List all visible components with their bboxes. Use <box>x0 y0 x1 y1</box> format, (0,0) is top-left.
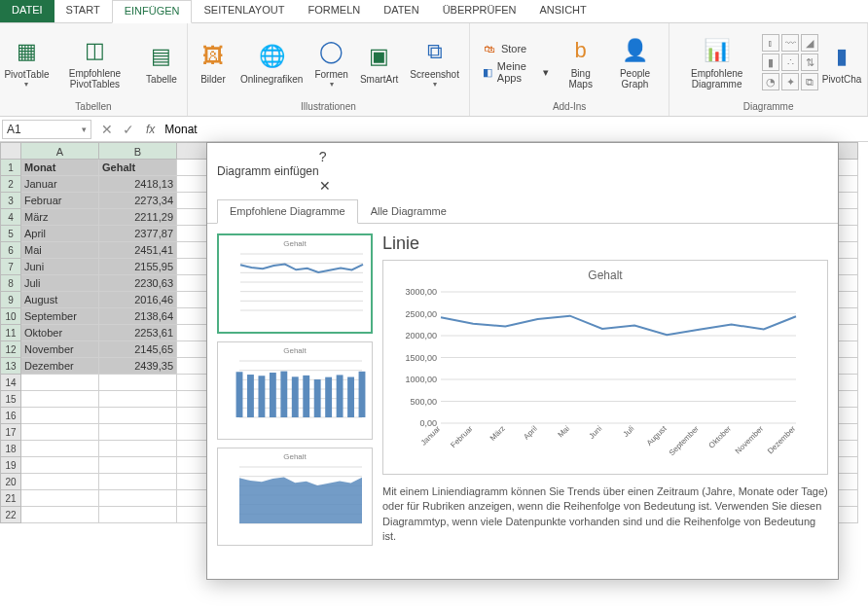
ribbon-tab-daten[interactable]: DATEN <box>372 0 430 22</box>
row-header[interactable]: 13 <box>0 358 21 375</box>
select-all-corner[interactable] <box>0 142 21 160</box>
cell[interactable]: 2253,61 <box>99 325 177 341</box>
cell[interactable] <box>21 424 99 441</box>
cell[interactable]: 2418,13 <box>99 176 177 193</box>
ribbon-tab-einfügen[interactable]: EINFÜGEN <box>112 0 193 23</box>
cancel-icon[interactable]: ✕ <box>101 122 113 137</box>
cell[interactable]: Monat <box>21 160 99 176</box>
row-header[interactable]: 20 <box>0 474 21 490</box>
ribbon-tab-formeln[interactable]: FORMELN <box>296 0 372 22</box>
row-header[interactable]: 12 <box>0 341 21 358</box>
cell[interactable] <box>99 408 177 424</box>
row-header[interactable]: 10 <box>0 308 21 325</box>
cell[interactable]: März <box>21 209 99 226</box>
cell[interactable]: 2016,46 <box>99 292 177 308</box>
line-chart-icon[interactable]: 〰 <box>781 34 799 52</box>
row-header[interactable]: 19 <box>0 457 21 474</box>
row-header[interactable]: 7 <box>0 259 21 275</box>
ribbon-tab-ansicht[interactable]: ANSICHT <box>527 0 597 22</box>
pictures-button[interactable]: 🖼 Bilder <box>194 39 233 87</box>
smartart-button[interactable]: ▣ SmartArt <box>356 39 402 87</box>
row-header[interactable]: 14 <box>0 375 21 391</box>
accept-icon[interactable]: ✓ <box>123 122 134 137</box>
bing-maps-button[interactable]: b Bing Maps <box>559 33 603 91</box>
cell[interactable]: Oktober <box>21 325 99 341</box>
cell[interactable] <box>21 391 99 408</box>
table-button[interactable]: ▤ Tabelle <box>142 39 181 87</box>
cell[interactable]: November <box>21 341 99 358</box>
my-apps-button[interactable]: ◧ Meine Apps ▾ <box>478 59 553 85</box>
name-box[interactable]: A1 ▾ <box>2 120 91 139</box>
ribbon-tab-start[interactable]: START <box>54 0 112 22</box>
formula-input[interactable] <box>159 121 868 138</box>
recommended-charts-button[interactable]: 📊 Empfohlene Diagramme <box>675 33 758 91</box>
cell[interactable]: 2211,29 <box>99 209 177 226</box>
cell[interactable]: 2273,34 <box>99 193 177 209</box>
row-header[interactable]: 21 <box>0 490 21 507</box>
cell[interactable]: 2451,41 <box>99 242 177 259</box>
row-header[interactable]: 22 <box>0 507 21 523</box>
cell[interactable]: 2145,65 <box>99 341 177 358</box>
area-chart-icon[interactable]: ◢ <box>801 34 818 52</box>
row-header[interactable]: 3 <box>0 193 21 209</box>
fx-label[interactable]: fx <box>142 123 159 136</box>
cell[interactable] <box>21 375 99 391</box>
column-chart-icon[interactable]: ▮ <box>762 54 779 71</box>
online-graphics-button[interactable]: 🌐 Onlinegrafiken <box>236 39 307 87</box>
row-header[interactable]: 11 <box>0 325 21 341</box>
cell[interactable]: September <box>21 308 99 325</box>
cell[interactable] <box>99 474 177 490</box>
row-header[interactable]: 2 <box>0 176 21 193</box>
combo-chart-icon[interactable]: ⧉ <box>801 73 818 90</box>
pivottable-button[interactable]: ▦ PivotTable ▾ <box>6 34 48 90</box>
row-header[interactable]: 8 <box>0 275 21 292</box>
bar-chart-icon[interactable]: ⫾ <box>762 34 779 52</box>
cell[interactable]: Februar <box>21 193 99 209</box>
thumb-line-chart[interactable]: Gehalt <box>217 233 373 334</box>
row-header[interactable]: 17 <box>0 424 21 441</box>
row-header[interactable]: 9 <box>0 292 21 308</box>
cell[interactable] <box>99 375 177 391</box>
shapes-button[interactable]: ◯ Formen ▾ <box>310 34 351 90</box>
cell[interactable]: 2138,64 <box>99 308 177 325</box>
cell[interactable]: August <box>21 292 99 308</box>
people-graph-button[interactable]: 👤 People Graph <box>607 33 664 91</box>
cell[interactable]: Dezember <box>21 358 99 375</box>
recommended-pivottables-button[interactable]: ◫ Empfohlene PivotTables <box>52 33 138 91</box>
cell[interactable]: Januar <box>21 176 99 193</box>
ribbon-tab-überprüfen[interactable]: ÜBERPRÜFEN <box>431 0 528 22</box>
cell[interactable]: Mai <box>21 242 99 259</box>
tab-all-charts[interactable]: Alle Diagramme <box>358 199 459 223</box>
cell[interactable]: 2155,95 <box>99 259 177 275</box>
cell[interactable] <box>99 441 177 457</box>
column-header[interactable]: A <box>21 142 99 160</box>
row-header[interactable]: 4 <box>0 209 21 226</box>
row-header[interactable]: 1 <box>0 160 21 176</box>
cell[interactable] <box>21 457 99 474</box>
row-header[interactable]: 5 <box>0 226 21 242</box>
cell[interactable] <box>99 424 177 441</box>
cell[interactable]: 2230,63 <box>99 275 177 292</box>
pie-chart-icon[interactable]: ◔ <box>762 73 779 90</box>
row-header[interactable]: 18 <box>0 441 21 457</box>
cell[interactable] <box>99 391 177 408</box>
cell[interactable]: April <box>21 226 99 242</box>
cell[interactable] <box>21 408 99 424</box>
tab-recommended-charts[interactable]: Empfohlene Diagramme <box>217 199 358 224</box>
cell[interactable] <box>21 490 99 507</box>
cell[interactable] <box>99 490 177 507</box>
scatter-chart-icon[interactable]: ∴ <box>781 54 799 71</box>
cell[interactable] <box>99 457 177 474</box>
cell[interactable] <box>21 441 99 457</box>
row-header[interactable]: 6 <box>0 242 21 259</box>
cell[interactable]: 2377,87 <box>99 226 177 242</box>
cell[interactable]: 2439,35 <box>99 358 177 375</box>
ribbon-tab-datei[interactable]: DATEI <box>0 0 54 22</box>
row-header[interactable]: 16 <box>0 408 21 424</box>
cell[interactable] <box>21 507 99 523</box>
store-button[interactable]: 🛍 Store <box>478 40 553 57</box>
cell[interactable]: Juli <box>21 275 99 292</box>
help-icon[interactable]: ? <box>319 149 828 164</box>
column-header[interactable]: B <box>99 142 177 160</box>
cell[interactable]: Juni <box>21 259 99 275</box>
